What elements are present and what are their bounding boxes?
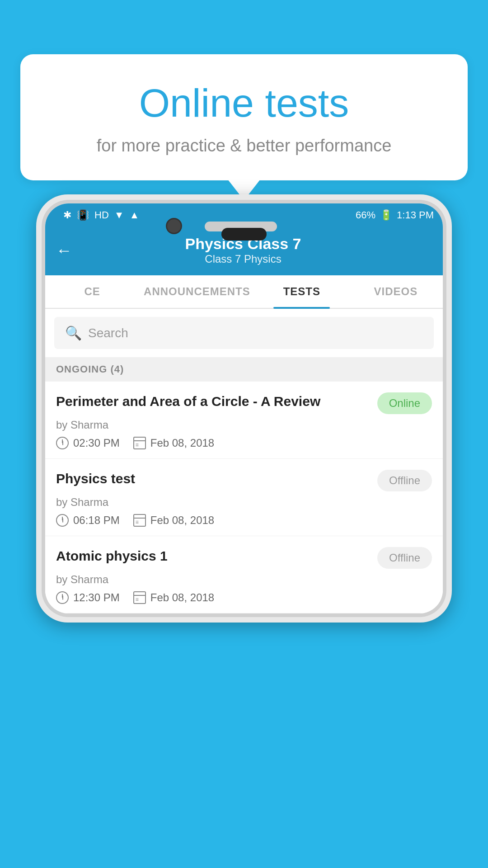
test-meta: 06:18 PM Feb 08, 2018 bbox=[56, 514, 432, 527]
test-title: Perimeter and Area of a Circle - A Revie… bbox=[56, 392, 368, 410]
tab-videos[interactable]: VIDEOS bbox=[349, 275, 443, 308]
test-title: Physics test bbox=[56, 470, 368, 487]
test-date: Feb 08, 2018 bbox=[133, 514, 214, 527]
search-field[interactable]: 🔍 Search bbox=[54, 317, 434, 349]
test-item-header: Physics test Offline bbox=[56, 470, 432, 491]
promo-card: Online tests for more practice & better … bbox=[20, 54, 468, 180]
search-icon: 🔍 bbox=[65, 325, 82, 341]
search-bar: 🔍 Search bbox=[45, 309, 443, 357]
test-time: 06:18 PM bbox=[56, 514, 120, 527]
clock-icon bbox=[56, 437, 69, 449]
screen-breadcrumb: Class 7 Physics bbox=[81, 253, 405, 265]
test-item[interactable]: Atomic physics 1 Offline by Sharma 12:30… bbox=[45, 536, 443, 613]
test-meta: 12:30 PM Feb 08, 2018 bbox=[56, 591, 432, 604]
calendar-icon bbox=[133, 514, 146, 527]
test-author: by Sharma bbox=[56, 496, 432, 509]
tabs-container: CE ANNOUNCEMENTS TESTS VIDEOS bbox=[45, 275, 443, 309]
calendar-icon bbox=[133, 437, 146, 449]
test-item-header: Perimeter and Area of a Circle - A Revie… bbox=[56, 392, 432, 414]
phone-inner: ✱ 📳 HD ▼ ▲ 66% 🔋 1:13 PM ← bbox=[42, 200, 446, 617]
section-header: ONGOING (4) bbox=[45, 357, 443, 382]
back-button[interactable]: ← bbox=[56, 241, 72, 260]
test-item[interactable]: Perimeter and Area of a Circle - A Revie… bbox=[45, 382, 443, 459]
section-label: ONGOING (4) bbox=[56, 363, 124, 375]
calendar-icon bbox=[133, 591, 146, 604]
promo-title: Online tests bbox=[47, 81, 441, 125]
test-date: Feb 08, 2018 bbox=[133, 591, 214, 604]
tab-ce[interactable]: CE bbox=[45, 275, 139, 308]
test-time: 02:30 PM bbox=[56, 437, 120, 449]
phone-notch bbox=[221, 228, 267, 241]
phone-outer: ✱ 📳 HD ▼ ▲ 66% 🔋 1:13 PM ← bbox=[36, 194, 452, 623]
test-meta: 02:30 PM Feb 08, 2018 bbox=[56, 437, 432, 449]
status-badge: Offline bbox=[377, 470, 432, 491]
test-author: by Sharma bbox=[56, 573, 432, 586]
promo-subtitle: for more practice & better performance bbox=[47, 136, 441, 156]
test-item-header: Atomic physics 1 Offline bbox=[56, 547, 432, 569]
status-badge: Offline bbox=[377, 547, 432, 569]
tab-tests[interactable]: TESTS bbox=[255, 275, 349, 308]
phone-mockup: ✱ 📳 HD ▼ ▲ 66% 🔋 1:13 PM ← bbox=[36, 194, 452, 868]
test-item[interactable]: Physics test Offline by Sharma 06:18 PM … bbox=[45, 459, 443, 536]
test-date: Feb 08, 2018 bbox=[133, 437, 214, 449]
camera bbox=[166, 218, 182, 234]
test-author: by Sharma bbox=[56, 419, 432, 431]
clock-icon bbox=[56, 591, 69, 604]
search-placeholder: Search bbox=[88, 326, 128, 340]
test-title: Atomic physics 1 bbox=[56, 547, 368, 565]
status-badge: Online bbox=[377, 392, 432, 414]
clock-icon bbox=[56, 514, 69, 527]
phone-screen: ✱ 📳 HD ▼ ▲ 66% 🔋 1:13 PM ← bbox=[45, 203, 443, 613]
tab-announcements[interactable]: ANNOUNCEMENTS bbox=[139, 275, 255, 308]
test-time: 12:30 PM bbox=[56, 591, 120, 604]
